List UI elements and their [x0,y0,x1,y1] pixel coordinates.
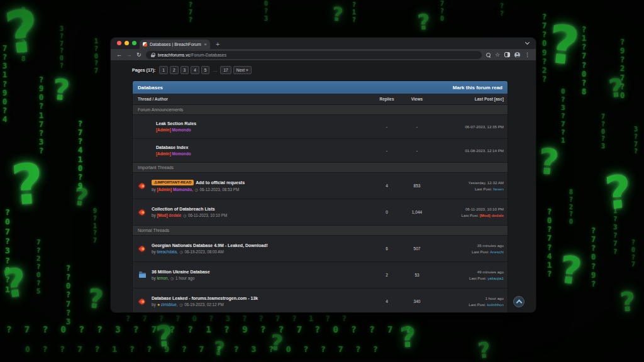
author-link[interactable]: breachdata, [157,250,177,254]
matrix-question-mark: ? [417,11,431,33]
thread-row[interactable]: Georgian Nationals Database 4.9M - Leake… [133,236,508,262]
matrix-question-mark: ? [558,250,584,290]
new-tab-button[interactable] [216,41,219,48]
matrix-glyph-column: 1 ? 3 ? 7 ? [613,207,618,256]
thread-date: 06-19-2023, 02:12 PM [184,302,224,307]
author-rank-prefix: [Admin] [157,187,172,192]
views-count: 507 [402,236,432,261]
lastpost-user-link[interactable]: yaliaojia1 [487,276,504,280]
thread-title-link[interactable]: Database Index [156,145,191,150]
thread-title-link[interactable]: Georgian Nationals Database 4.9M - Leake… [152,243,268,248]
announcement-row[interactable]: Database Index [Admin] Momondo - - 01-08… [133,139,508,163]
browser-tab[interactable]: Databases | BreachForums [140,40,210,49]
matrix-glyph-column: 3 ? 7 ? 0 ? [60,25,64,70]
matrix-question-mark: ? [72,185,89,211]
column-last-post[interactable]: Last Post [asc] [432,97,508,101]
tab-search-chevron-icon[interactable] [525,40,530,45]
thread-title-link[interactable]: Leak Section Rules [156,121,196,126]
url-host: breachforums.vc [158,53,191,57]
url-text: breachforums.vc/Forum-Databases [158,53,227,57]
matrix-glyph-column: 0 ? 3 [264,0,268,22]
replies-count: 4 [372,173,402,199]
mark-forum-read-link[interactable]: Mark this forum read [453,85,502,90]
forward-button[interactable] [126,52,132,58]
author-link[interactable]: lemon, [157,276,169,280]
views-count: 340 [402,288,432,312]
author-link[interactable]: Momondo [172,128,191,132]
author-link[interactable]: zimsblue, [161,302,178,307]
site-favicon [143,42,147,47]
thread-row[interactable]: Collection of Databreach Lists by [Mod] … [133,199,508,226]
page-button-1[interactable]: 1 [159,66,168,74]
page-button-4[interactable]: 4 [191,66,199,74]
address-bar[interactable]: breachforums.vc/Forum-Databases [146,51,482,59]
side-panel-icon[interactable] [504,52,510,57]
thread-title-link[interactable]: Collection of Databreach Lists [152,207,227,211]
matrix-question-mark: ? [155,321,174,351]
matrix-glyph-column: ? 9 0 ? 1 7 ? 3 ? [39,75,43,155]
zoom-window-button[interactable] [132,41,136,45]
scroll-to-top-button[interactable] [513,296,525,307]
thread-title-link[interactable]: 36 Million Ukraine Database [152,270,210,274]
browser-menu-icon[interactable] [525,52,530,58]
author-link[interactable]: dedale [169,213,181,217]
thread-row[interactable]: 36 Million Ukraine Database by lemon, 1 … [133,262,508,288]
profile-avatar[interactable] [514,52,520,58]
matrix-glyph-column: ? 7 ? [189,1,192,23]
forum-table: Databases Mark this forum read Thread / … [132,80,508,312]
column-thread-author[interactable]: Thread / Author [133,97,372,101]
matrix-question-mark: ? [52,75,70,105]
lastpost-user-link[interactable]: Aneschi [490,250,504,254]
hot-thread-flame-icon [138,182,145,189]
hot-thread-flame-icon [138,245,145,252]
matrix-glyph-column: 9 ? 1 ? 7 [93,207,97,244]
url-path: /Forum-Databases [190,53,226,57]
page-button-3[interactable]: 3 [180,66,189,74]
lastpost-user-link[interactable]: kolinhhon [487,302,504,307]
matrix-glyph-column: 0 ? 7 ? 2 ? 8 [21,6,26,63]
search-icon[interactable] [486,53,491,57]
reload-button[interactable] [136,52,142,58]
author-link[interactable]: Momondo [172,151,191,156]
tab-strip: Databases | BreachForums [111,38,536,49]
browser-toolbar: breachforums.vc/Forum-Databases [111,49,536,61]
matrix-glyph-column: ? 0 ? 7 [631,239,635,268]
page-button-17[interactable]: 17 [220,66,231,74]
lastpost-label: Last Post: [462,213,479,217]
thread-row[interactable]: Database Leaked - forums.teamestrogen.co… [133,288,508,312]
lastpost-time: 49 minutes ago [477,270,504,274]
lastpost-user-link[interactable]: hexen [493,187,504,191]
lastpost-time: 35 minutes ago [477,243,504,248]
lastpost-time: 06-07-2023, 12:35 PM [465,124,504,129]
views-count: 53 [402,262,432,288]
back-button[interactable] [116,52,122,58]
matrix-glyph-column: ? 1 ? [352,1,356,23]
thread-title-link[interactable]: Add to official requests [196,180,245,185]
page-button-2[interactable]: 2 [170,66,179,74]
matrix-question-mark: ? [619,288,636,316]
announcement-row[interactable]: Leak Section Rules [Admin] Momondo - - 0… [133,115,508,139]
next-page-button[interactable]: Next » [233,66,252,74]
folder-icon [139,273,146,278]
screen: 7 ? 3 1 ? 9 0 ? 40 ? 7 ? 2 ? 8? 9 0 ? 1 … [0,0,644,362]
author-link[interactable]: Momondo, [173,187,193,192]
section-important-threads: Important Threads [133,163,508,173]
matrix-glyph-column: 8 ? 2 ? 0 [569,189,573,226]
lastpost-time: 06-11-2023, 10:10 PM [465,207,504,211]
page-button-5[interactable]: 5 [201,66,210,74]
lastpost-time: Yesterday, 12:32 AM [469,180,504,185]
tab-close-icon[interactable] [204,42,207,47]
column-replies[interactable]: Replies [372,97,402,101]
lastpost-user-link[interactable]: dedale [491,213,504,217]
author-rank-prefix: [Mod] [157,213,167,217]
minimize-window-button[interactable] [125,41,129,45]
lock-icon [151,53,155,57]
browser-window: Databases | BreachForums breachforums.vc… [111,38,536,312]
bookmark-star-icon[interactable] [495,52,500,58]
thread-title-link[interactable]: Database Leaked - forums.teamestrogen.co… [152,296,258,300]
matrix-question-mark: ? [331,4,344,24]
clock-icon [179,303,182,307]
column-views[interactable]: Views [402,97,432,101]
close-window-button[interactable] [117,41,121,45]
thread-row[interactable]: IMPORTANT-READ Add to official requests … [133,173,508,199]
